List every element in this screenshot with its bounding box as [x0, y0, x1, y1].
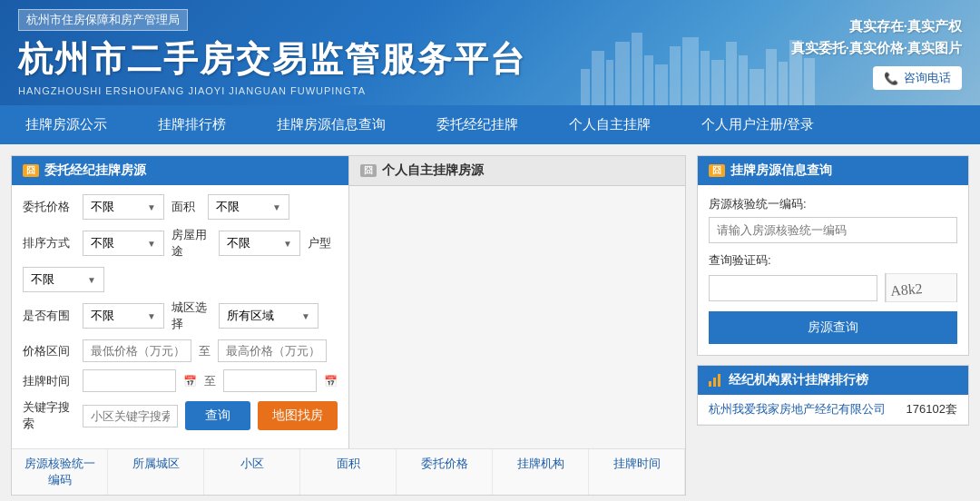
garden-label: 是否有围: [23, 308, 75, 324]
chevron-down-icon-6: ▼: [147, 311, 156, 321]
form-row-price-range: 价格区间 至: [23, 339, 338, 362]
captcha-label: 查询验证码:: [709, 252, 957, 269]
svg-rect-11: [726, 42, 737, 105]
rank-header: 经纪机构累计挂牌排行榜: [698, 366, 968, 395]
rank-section: 经纪机构累计挂牌排行榜 杭州我爱我家房地产经纪有限公司 176102套: [697, 365, 969, 426]
chevron-down-icon-5: ▼: [87, 275, 96, 285]
gov-label: 杭州市住房保障和房产管理局: [18, 9, 188, 31]
type-select[interactable]: 不限 ▼: [23, 267, 104, 292]
chart-icon: [709, 374, 723, 387]
captcha-input[interactable]: [709, 275, 877, 301]
svg-rect-1: [592, 51, 604, 105]
svg-text:A8k2: A8k2: [889, 280, 923, 299]
nav-item-5[interactable]: 个人自主挂牌: [544, 105, 676, 144]
nav-item-3[interactable]: 挂牌房源信息查询: [251, 105, 411, 144]
form-row-price-area: 委托价格 不限 ▼ 面积 不限 ▼: [23, 194, 338, 220]
form-row-garden-city: 是否有围 不限 ▼ 城区选择 所有区域 ▼: [23, 300, 338, 332]
nav-item-2[interactable]: 挂牌排行榜: [132, 105, 251, 144]
date-start-input[interactable]: [83, 369, 176, 392]
panel-entrust: 囧 委托经纪挂牌房源 委托价格 不限 ▼ 面积: [12, 156, 349, 448]
price-min-input[interactable]: [83, 339, 191, 362]
svg-rect-16: [789, 40, 802, 105]
map-button[interactable]: 地图找房: [258, 401, 338, 430]
rank-item-name[interactable]: 杭州我爱我家房地产经纪有限公司: [709, 401, 886, 418]
svg-rect-9: [701, 51, 710, 105]
search-button[interactable]: 房源查询: [709, 311, 957, 344]
svg-rect-10: [711, 60, 724, 105]
date-end-input[interactable]: [223, 369, 317, 392]
usage-label: 房屋用途: [172, 227, 211, 260]
chevron-down-icon-4: ▼: [283, 239, 292, 249]
listing-section: 囧 委托经纪挂牌房源 委托价格 不限 ▼ 面积: [11, 155, 686, 496]
col-community: 小区: [204, 449, 300, 495]
svg-rect-4: [632, 33, 642, 105]
table-header: 房源核验统一编码 所属城区 小区 面积 委托价格 挂牌机构 挂牌时间: [12, 448, 685, 495]
calendar-icon-1[interactable]: 📅: [183, 375, 197, 388]
chevron-down-icon-3: ▼: [147, 239, 156, 249]
svg-rect-15: [779, 62, 788, 105]
col-date: 挂牌时间: [589, 449, 685, 495]
col-agency: 挂牌机构: [493, 449, 589, 495]
svg-rect-5: [644, 55, 653, 105]
garden-select[interactable]: 不限 ▼: [83, 303, 164, 329]
rank-item: 杭州我爱我家房地产经纪有限公司 176102套: [698, 395, 968, 425]
entrust-form: 委托价格 不限 ▼ 面积 不限 ▼: [12, 185, 348, 448]
nav-item-1[interactable]: 挂牌房源公示: [0, 105, 132, 144]
svg-rect-7: [670, 46, 681, 105]
sort-select[interactable]: 不限 ▼: [83, 231, 164, 256]
query-button[interactable]: 查询: [185, 401, 250, 430]
code-label: 房源核验统一编码:: [709, 196, 957, 212]
form-row-date: 挂牌时间 📅 至 📅: [23, 369, 338, 392]
col-area: 面积: [300, 449, 397, 495]
svg-rect-0: [581, 69, 590, 105]
left-panel: 囧 委托经纪挂牌房源 委托价格 不限 ▼ 面积: [11, 155, 686, 496]
section-icon-2: 囧: [360, 164, 377, 177]
svg-rect-8: [682, 37, 699, 105]
price-range-label: 价格区间: [23, 343, 75, 359]
svg-rect-12: [739, 55, 748, 105]
area-select[interactable]: 不限 ▼: [208, 194, 289, 220]
usage-select[interactable]: 不限 ▼: [219, 231, 300, 256]
keyword-label: 关键字搜索: [23, 399, 75, 432]
panel-personal: 囧 个人自主挂牌房源: [349, 156, 686, 448]
chevron-down-icon-7: ▼: [301, 311, 310, 321]
price-label: 委托价格: [23, 199, 75, 215]
svg-rect-6: [655, 64, 668, 105]
phone-button[interactable]: 📞 咨询电话: [873, 66, 962, 90]
city-label: 城区选择: [172, 300, 211, 332]
area-label: 面积: [172, 199, 201, 215]
svg-rect-3: [615, 42, 630, 105]
calendar-icon-2[interactable]: 📅: [324, 375, 338, 388]
price-select[interactable]: 不限 ▼: [83, 194, 164, 220]
main-content: 囧 委托经纪挂牌房源 委托价格 不限 ▼ 面积: [0, 144, 980, 501]
main-nav: 挂牌房源公示 挂牌排行榜 挂牌房源信息查询 委托经纪挂牌 个人自主挂牌 个人用户…: [0, 105, 980, 144]
captcha-image[interactable]: A8k2: [885, 273, 957, 302]
header: 杭州市住房保障和房产管理局 杭州市二手房交易监管服务平台 HANGZHOUSHI…: [0, 0, 980, 105]
price-max-input[interactable]: [218, 339, 327, 362]
right-form: 房源核验统一编码: 查询验证码: A8k2 房源查询: [698, 185, 968, 355]
svg-rect-2: [606, 60, 613, 105]
panel-personal-header: 囧 个人自主挂牌房源: [349, 156, 686, 186]
captcha-row: A8k2: [709, 273, 957, 302]
chevron-down-icon-2: ▼: [272, 202, 281, 212]
col-price: 委托价格: [397, 449, 493, 495]
type-label: 户型: [308, 235, 331, 251]
col-code: 房源核验统一编码: [12, 449, 108, 495]
nav-item-6[interactable]: 个人用户注册/登录: [676, 105, 839, 144]
phone-icon: 📞: [884, 72, 898, 85]
keyword-input[interactable]: [83, 405, 178, 427]
header-left: 杭州市住房保障和房产管理局 杭州市二手房交易监管服务平台 HANGZHOUSHI…: [18, 9, 526, 96]
sort-label: 排序方式: [23, 235, 75, 251]
nav-item-4[interactable]: 委托经纪挂牌: [411, 105, 544, 144]
right-query-section: 囧 挂牌房源信息查询 房源核验统一编码: 查询验证码: A8k2 房源查询: [697, 155, 969, 356]
city-select[interactable]: 所有区域 ▼: [219, 303, 318, 329]
date-label: 挂牌时间: [23, 373, 75, 389]
panel-entrust-header: 囧 委托经纪挂牌房源: [12, 156, 348, 185]
svg-rect-13: [750, 69, 764, 105]
site-title: 杭州市二手房交易监管服务平台: [18, 36, 526, 83]
right-query-header: 囧 挂牌房源信息查询: [698, 156, 968, 185]
rank-item-count: 176102套: [906, 401, 957, 418]
form-row-keyword: 关键字搜索 查询 地图找房: [23, 399, 338, 432]
code-input[interactable]: [709, 217, 957, 243]
range-sep: 至: [199, 343, 211, 359]
